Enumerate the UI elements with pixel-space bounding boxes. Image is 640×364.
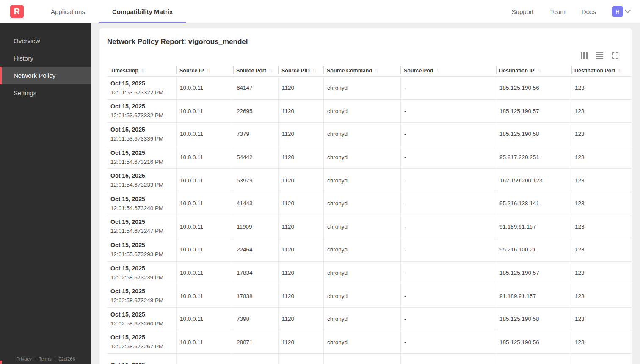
table-row: Oct 15, 202512:01:53.673322 PM10.0.0.116… — [107, 77, 632, 100]
chevron-down-icon — [625, 7, 631, 13]
column-header-timestamp[interactable]: Timestamp↑↓ — [107, 65, 176, 76]
sort-icon[interactable]: ↑↓ — [537, 68, 540, 74]
column-label: Source Command — [327, 68, 372, 74]
source-pod-cell: - — [400, 146, 496, 169]
destination-ip-cell: 185.125.190.57 — [496, 100, 571, 123]
timestamp-cell: Oct 15, 202512:02:58.673248 PM — [107, 284, 176, 307]
sidebar-item-history[interactable]: History — [0, 50, 91, 67]
fullscreen-icon[interactable] — [612, 52, 619, 59]
nav-link-docs[interactable]: Docs — [582, 8, 596, 15]
destination-port-cell: 123 — [571, 146, 632, 169]
column-label: Source Pod — [404, 68, 433, 74]
table-row: Oct 15, 202512:01:55.673293 PM10.0.0.112… — [107, 238, 632, 262]
source-ip-cell: 10.0.0.11 — [176, 192, 233, 215]
column-label: Destination IP — [499, 68, 534, 74]
source-ip-cell: 10.0.0.11 — [176, 331, 233, 354]
sidebar: OverviewHistoryNetwork PolicySettings Pr… — [0, 23, 91, 364]
column-header-source-pid[interactable]: Source PID↑↓ — [278, 65, 323, 76]
report-card: Network Policy Report: vigorous_mendel T… — [99, 28, 632, 364]
sort-icon[interactable]: ↑↓ — [141, 68, 144, 74]
column-header-destination-port[interactable]: Destination Port↑↓ — [571, 65, 632, 76]
main-area: Network Policy Report: vigorous_mendel T… — [91, 23, 640, 364]
column-header-source-ip[interactable]: Source IP↑↓ — [176, 65, 233, 76]
source-pid-cell: 1120 — [278, 331, 323, 354]
source-pid-cell: 1120 — [278, 100, 323, 123]
destination-port-cell: 123 — [571, 169, 632, 192]
sort-icon[interactable]: ↑↓ — [375, 68, 378, 74]
list-layout-icon[interactable] — [596, 52, 603, 59]
sidebar-item-overview[interactable]: Overview — [0, 32, 91, 50]
column-header-source-command[interactable]: Source Command↑↓ — [323, 65, 400, 76]
privacy-link[interactable]: Privacy — [16, 356, 31, 361]
sidebar-item-network-policy[interactable]: Network Policy — [0, 67, 91, 84]
source-command-cell: chronyd — [323, 284, 400, 307]
source-pid-cell: 1120 — [278, 77, 323, 99]
source-ip-cell: 10.0.0.11 — [176, 215, 233, 238]
column-layout-icon[interactable] — [580, 52, 588, 59]
sort-icon[interactable]: ↑↓ — [207, 68, 210, 74]
destination-ip-cell: 185.125.190.56 — [496, 77, 571, 99]
nav-tab-compatibility-matrix[interactable]: Compatibility Matrix — [99, 0, 186, 23]
table-row: Oct 15, 2025 — [107, 354, 632, 364]
source-pid-cell: 1120 — [278, 169, 323, 192]
source-port-cell: 11909 — [233, 215, 278, 238]
timestamp-cell: Oct 15, 202512:01:54.673233 PM — [107, 169, 176, 192]
build-id: 02cf266 — [58, 356, 75, 361]
source-pid-cell — [278, 354, 323, 364]
column-header-destination-ip[interactable]: Destination IP↑↓ — [496, 65, 571, 76]
column-label: Destination Port — [574, 68, 615, 74]
source-pid-cell: 1120 — [278, 123, 323, 146]
source-pid-cell: 1120 — [278, 215, 323, 238]
destination-port-cell: 123 — [571, 262, 632, 284]
source-pod-cell: - — [400, 308, 496, 331]
source-port-cell: 17834 — [233, 262, 278, 284]
top-navbar: R ApplicationsCompatibility Matrix Suppo… — [0, 0, 640, 23]
table-body: Oct 15, 202512:01:53.673322 PM10.0.0.116… — [107, 77, 632, 364]
source-pod-cell: - — [400, 100, 496, 123]
destination-port-cell: 123 — [571, 77, 632, 99]
app-logo[interactable]: R — [10, 5, 24, 18]
source-command-cell: chronyd — [323, 77, 400, 99]
avatar[interactable]: H — [612, 6, 623, 17]
sort-icon[interactable]: ↑↓ — [269, 68, 272, 74]
source-pid-cell: 1120 — [278, 146, 323, 169]
column-divider — [571, 66, 572, 74]
sort-icon[interactable]: ↑↓ — [312, 68, 316, 74]
source-pid-cell: 1120 — [278, 192, 323, 215]
destination-ip-cell: 185.125.190.57 — [496, 262, 571, 284]
user-menu[interactable]: H — [612, 6, 630, 17]
sort-icon[interactable]: ↑↓ — [436, 68, 439, 74]
column-divider — [323, 66, 324, 74]
source-command-cell: chronyd — [323, 100, 400, 123]
source-port-cell: 22695 — [233, 100, 278, 123]
sort-icon[interactable]: ↑↓ — [618, 68, 621, 74]
footer-divider — [35, 356, 35, 361]
sidebar-item-settings[interactable]: Settings — [0, 84, 91, 102]
navbar-right: Support Team Docs H — [512, 6, 630, 17]
nav-link-support[interactable]: Support — [512, 8, 534, 15]
destination-port-cell: 123 — [571, 238, 632, 261]
source-pod-cell: - — [400, 238, 496, 261]
source-ip-cell: 10.0.0.11 — [176, 238, 233, 261]
destination-ip-cell: 95.216.138.141 — [496, 192, 571, 215]
source-pod-cell: - — [400, 262, 496, 284]
source-command-cell: chronyd — [323, 262, 400, 284]
timestamp-cell: Oct 15, 2025 — [107, 354, 176, 364]
source-command-cell: chronyd — [323, 169, 400, 192]
column-divider — [400, 66, 401, 74]
nav-tab-applications[interactable]: Applications — [37, 0, 99, 23]
source-pid-cell: 1120 — [278, 308, 323, 331]
timestamp-cell: Oct 15, 202512:01:54.673216 PM — [107, 146, 176, 169]
column-layout-glyph — [581, 52, 588, 59]
nav-link-team[interactable]: Team — [550, 8, 566, 15]
column-header-source-port[interactable]: Source Port↑↓ — [233, 65, 278, 76]
view-toolbar — [99, 52, 619, 60]
source-ip-cell: 10.0.0.11 — [176, 100, 233, 123]
destination-ip-cell: 185.125.190.58 — [496, 123, 571, 146]
column-divider — [176, 66, 177, 74]
fullscreen-glyph — [612, 52, 618, 59]
source-ip-cell: 10.0.0.11 — [176, 123, 233, 146]
terms-link[interactable]: Terms — [39, 356, 51, 361]
column-header-source-pod[interactable]: Source Pod↑↓ — [400, 65, 496, 76]
column-label: Source PID — [281, 68, 310, 74]
